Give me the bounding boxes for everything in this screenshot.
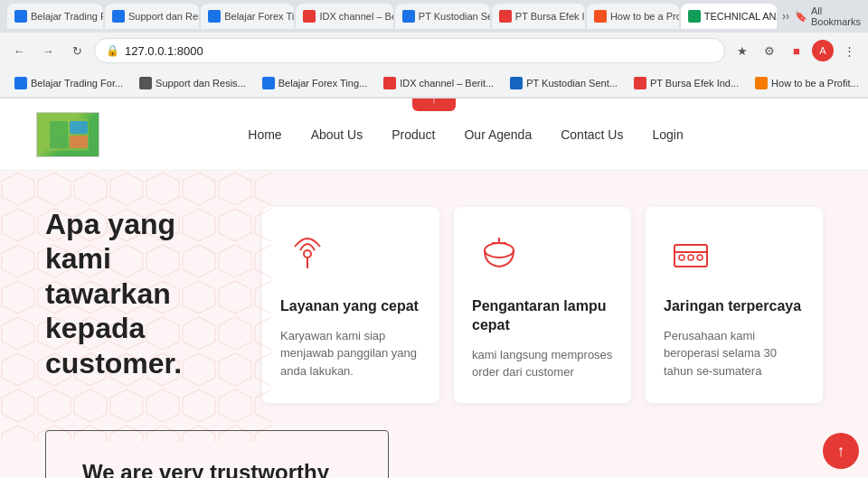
card-1-icon [280,229,335,283]
tab-favicon-3 [208,10,221,23]
tab-2[interactable]: Support dan Resis... [105,4,199,29]
nav-login[interactable]: Login [652,127,683,142]
hero-section: Apa yang kami tawarkan kepada customer. [45,207,244,403]
svg-point-14 [697,255,703,260]
card-2-title: Pengantaran lampu cepat [472,297,613,335]
logo-image [37,113,99,156]
bk-favicon-5 [510,77,523,89]
card-1: Layanan yang cepat Karyawan kami siap me… [262,207,439,403]
tab-favicon-7 [594,10,607,23]
bk-label-6: PT Bursa Efek Ind... [650,78,739,89]
address-bar[interactable]: 🔒 127.0.0.1:8000 [94,38,725,63]
browser-toolbar: ← → ↻ 🔒 127.0.0.1:8000 ★ ⚙ ■ A ⋮ [0,33,868,69]
tab-label-5: PT Kustodian Sent... [419,11,490,22]
card-1-desc: Karyawan kami siap menjawab panggilan ya… [280,327,421,380]
tab-3[interactable]: Belajar Forex Ting... [201,4,294,29]
nav-product[interactable]: Product [392,127,435,142]
bookmark-1[interactable]: Belajar Trading For... [7,72,130,94]
bk-label-5: PT Kustodian Sent... [526,78,618,89]
tab-label-7: How to be a Profit... [610,11,679,22]
star-icon[interactable]: ★ [731,39,754,62]
bk-favicon-2 [139,77,152,89]
back-button[interactable]: ← [7,39,31,62]
shield-icon[interactable]: ■ [785,39,808,62]
website: ↑ Home About Us Product Our Agenda Conta… [0,98,868,478]
tab-label-2: Support dan Resis... [128,11,199,22]
tab-favicon-1 [14,10,27,23]
scroll-top-button[interactable]: ↑ [412,98,456,111]
tab-1[interactable]: Belajar Trading For... [7,4,103,29]
bk-label-2: Support dan Resis... [156,78,246,89]
svg-rect-2 [70,121,88,134]
bookmarks-bar: Belajar Trading For... Support dan Resis… [0,69,868,98]
tab-label-1: Belajar Trading For... [31,11,103,22]
bookmarks-label: All Bookmarks [811,5,861,27]
bk-favicon-3 [262,77,275,89]
hero-title: Apa yang kami tawarkan kepada customer. [45,207,244,380]
main-content: Apa yang kami tawarkan kepada customer. … [0,171,868,403]
tab-4[interactable]: IDX channel – Berit... [296,4,392,29]
svg-point-6 [304,250,311,258]
bookmark-4[interactable]: IDX channel – Berit... [376,72,501,94]
svg-rect-1 [50,121,68,148]
forward-button[interactable]: → [36,39,60,62]
nav-contact[interactable]: Contact Us [561,127,623,142]
bookmark-2[interactable]: Support dan Resis... [132,72,253,94]
tab-7[interactable]: How to be a Profit... [587,4,679,29]
tab-more[interactable]: ›› [778,10,793,23]
logo[interactable] [36,112,99,157]
bk-favicon-4 [383,77,396,89]
tab-5[interactable]: PT Kustodian Sent... [395,4,490,29]
toolbar-right: ★ ⚙ ■ A ⋮ [731,39,861,62]
bk-favicon-7 [755,77,768,89]
tab-favicon-6 [499,10,512,23]
bk-label-3: Belajar Forex Ting... [278,78,367,89]
profile-icon[interactable]: A [812,40,834,61]
svg-point-12 [679,255,684,260]
tab-favicon-2 [112,10,125,23]
card-3-icon [664,229,718,283]
tab-favicon-5 [402,10,415,23]
bk-label-1: Belajar Trading For... [31,78,123,89]
tab-favicon-4 [303,10,316,23]
navbar: ↑ Home About Us Product Our Agenda Conta… [0,98,868,171]
browser-chrome: Belajar Trading For... Support dan Resis… [0,0,868,98]
card-2: Pengantaran lampu cepat kami langsung me… [454,207,631,403]
cards-section: Layanan yang cepat Karyawan kami siap me… [262,207,823,403]
nav-agenda[interactable]: Our Agenda [464,127,532,142]
navbar-links: Home About Us Product Our Agenda Contact… [248,127,683,142]
card-3-title: Jaringan terpercaya [664,297,805,316]
browser-tabs: Belajar Trading For... Support dan Resis… [0,0,868,33]
nav-about[interactable]: About Us [311,127,363,142]
bookmark-6[interactable]: PT Bursa Efek Ind... [627,72,746,94]
address-text: 127.0.0.1:8000 [125,44,203,58]
bookmark-7[interactable]: How to be a Profit... [748,72,866,94]
card-1-title: Layanan yang cepat [280,297,421,316]
bookmark-5[interactable]: PT Kustodian Sent... [503,72,625,94]
menu-icon[interactable]: ⋮ [837,39,861,62]
bk-favicon-1 [14,77,27,89]
tab-favicon-8 [688,10,701,23]
all-bookmarks-btn[interactable]: 🔖 All Bookmarks [795,5,861,27]
svg-point-7 [485,243,514,258]
reload-button[interactable]: ↻ [65,39,89,62]
tab-6[interactable]: PT Bursa Efek Ind... [492,4,585,29]
tab-label-4: IDX channel – Berit... [319,11,392,22]
tab-label-3: Belajar Forex Ting... [224,11,294,22]
tab-label-6: PT Bursa Efek Ind... [515,11,585,22]
bottom-title: We are very trustworthy company [82,458,352,478]
nav-home[interactable]: Home [248,127,281,142]
bookmark-3[interactable]: Belajar Forex Ting... [255,72,374,94]
svg-point-13 [688,255,693,260]
bk-label-7: How to be a Profit... [771,78,859,89]
bk-favicon-6 [634,77,646,89]
card-2-desc: kami langsung memproses order dari custo… [472,346,613,381]
card-3: Jaringan terpercaya Perusahaan kami bero… [646,207,823,403]
card-2-icon [472,229,526,283]
card-3-desc: Perusahaan kami beroperasi selama 30 tah… [664,327,805,380]
tab-label-8: TECHNICAL ANAL... [704,11,777,22]
lock-icon: 🔒 [106,44,119,57]
tab-8[interactable]: TECHNICAL ANAL... [681,4,777,29]
scroll-bottom-button[interactable]: ↑ [823,433,859,469]
extension-icon[interactable]: ⚙ [758,39,781,62]
